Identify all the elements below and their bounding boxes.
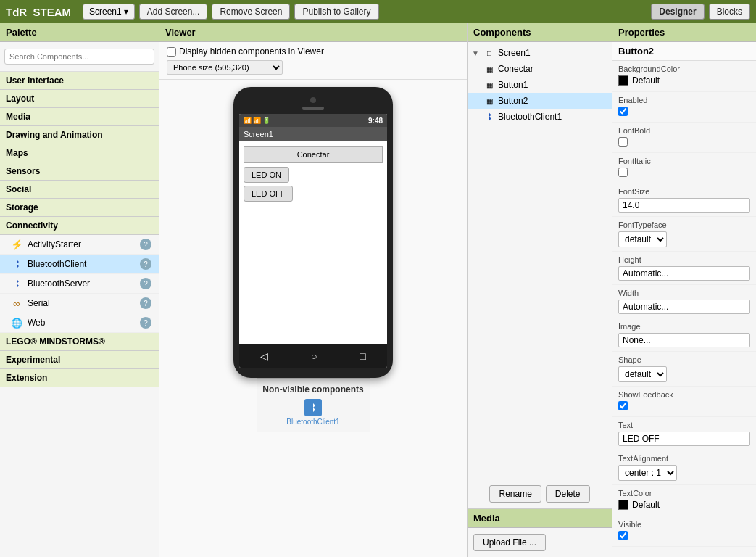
prop-visible-checkbox[interactable]: [618, 531, 628, 540]
phone-led-off-button[interactable]: LED OFF: [244, 186, 293, 202]
prop-fontsize: FontSize: [612, 183, 756, 217]
prop-textalignment-select[interactable]: center : 1: [618, 465, 677, 481]
viewer-footer: Non-visible components BluetoothClient1: [257, 378, 369, 432]
media-header: Media: [468, 509, 612, 528]
viewer-canvas: 📶 📶 🔋 9:48 Screen1 Conectar LED ON LED O…: [159, 80, 467, 557]
prop-image-input[interactable]: [618, 333, 750, 347]
palette-item-bluetoothserver[interactable]: BluetoothServer ?: [0, 274, 159, 294]
phone-content: Conectar LED ON LED OFF: [239, 141, 387, 344]
palette-category-storage[interactable]: Storage: [0, 199, 159, 217]
prop-textcolor-label: TextColor: [618, 489, 750, 498]
prop-width-input[interactable]: [618, 300, 750, 314]
activitystarter-help-icon[interactable]: ?: [140, 239, 151, 250]
palette-category-extension[interactable]: Extension: [0, 369, 159, 387]
comp-conectar[interactable]: ▦ Conectar: [468, 61, 612, 77]
screen-title-bar: Screen1: [239, 127, 387, 141]
bluetooth-nonvisible-label: BluetoothClient1: [286, 418, 339, 426]
app-title: TdR_STEAM: [6, 6, 71, 18]
serial-help-icon[interactable]: ?: [140, 297, 151, 309]
viewer-panel: Viewer Display hidden components in View…: [159, 23, 468, 557]
bluetoothclient-label: BluetoothClient: [28, 259, 136, 269]
bluetoothclient1-icon: [483, 111, 495, 123]
palette-category-experimental[interactable]: Experimental: [0, 351, 159, 369]
prop-shape-select[interactable]: default: [618, 366, 667, 382]
prop-text-input[interactable]: [618, 432, 750, 446]
hidden-components-checkbox[interactable]: [167, 47, 176, 57]
designer-button[interactable]: Designer: [651, 4, 704, 20]
backgroundcolor-text: Default: [632, 75, 660, 86]
comp-bluetoothclient1-label: BluetoothClient1: [498, 112, 562, 122]
screen-selector[interactable]: Screen1 ▾: [83, 4, 135, 20]
palette-category-maps[interactable]: Maps: [0, 144, 159, 162]
palette-item-bluetoothclient[interactable]: BluetoothClient ?: [0, 255, 159, 274]
bluetoothclient-help-icon[interactable]: ?: [140, 258, 151, 270]
palette-category-media[interactable]: Media: [0, 108, 159, 126]
prop-visible: Visible: [612, 516, 756, 547]
comp-button2[interactable]: ▦ Button2: [468, 93, 612, 109]
phone-speaker: [302, 107, 324, 110]
search-input[interactable]: [4, 49, 154, 65]
phone-conectar-button[interactable]: Conectar: [244, 146, 383, 163]
comp-screen1-label: Screen1: [498, 48, 531, 58]
serial-icon: ∞: [10, 297, 23, 310]
palette-category-ui[interactable]: User Interface: [0, 72, 159, 90]
palette-category-lego[interactable]: LEGO® MINDSTORMS®: [0, 333, 159, 351]
prop-textcolor-value[interactable]: Default: [618, 500, 660, 510]
prop-fontitalic-checkbox[interactable]: [618, 168, 628, 177]
rename-button[interactable]: Rename: [489, 485, 541, 503]
palette-item-serial[interactable]: ∞ Serial ?: [0, 294, 159, 313]
web-label: Web: [28, 318, 136, 328]
properties-panel: Properties Button2 BackgroundColor Defau…: [612, 23, 756, 557]
prop-height: Height: [612, 252, 756, 285]
publish-button[interactable]: Publish to Gallery: [294, 4, 378, 20]
hidden-components-label: Display hidden components in Viewer: [167, 46, 460, 57]
prop-backgroundcolor-label: BackgroundColor: [618, 65, 750, 73]
palette-category-drawing[interactable]: Drawing and Animation: [0, 126, 159, 144]
phone-led-on-button[interactable]: LED ON: [244, 167, 289, 183]
comp-button1[interactable]: ▦ Button1: [468, 77, 612, 93]
main-layout: Palette User Interface Layout Media Draw…: [0, 23, 756, 557]
palette-item-activitystarter[interactable]: ⚡ ActivityStarter ?: [0, 235, 159, 255]
components-panel: Components ▼ □ Screen1 ▦ Conectar ▦ Butt…: [468, 23, 612, 557]
phone-camera: [310, 97, 316, 103]
button2-icon: ▦: [483, 95, 495, 107]
web-help-icon[interactable]: ?: [140, 317, 151, 329]
palette-category-social[interactable]: Social: [0, 181, 159, 199]
screen-selector-label: Screen1: [89, 7, 122, 17]
bluetooth-nonvisible-icon: [304, 399, 322, 416]
phone-navbar: ◁ ○ □: [239, 344, 387, 368]
media-content: Upload File ...: [468, 528, 612, 557]
comp-screen1[interactable]: ▼ □ Screen1: [468, 45, 612, 61]
delete-button[interactable]: Delete: [546, 485, 590, 503]
prop-fonttypeface-select[interactable]: default: [618, 231, 667, 247]
phone-size-select[interactable]: Phone size (505,320)Tablet sizeMonitor s…: [167, 60, 283, 75]
prop-fontsize-input[interactable]: [618, 198, 750, 213]
prop-fonttypeface-label: FontTypeface: [618, 220, 750, 229]
palette-category-layout[interactable]: Layout: [0, 90, 159, 108]
prop-height-input[interactable]: [618, 266, 750, 281]
wifi-icon: 📶: [244, 117, 252, 124]
palette-item-web[interactable]: 🌐 Web ?: [0, 313, 159, 333]
upload-button[interactable]: Upload File ...: [473, 534, 546, 551]
viewer-header: Viewer: [159, 23, 467, 42]
comp-bluetoothclient1[interactable]: BluetoothClient1: [468, 109, 612, 125]
bluetoothclient-icon: [10, 257, 23, 271]
prop-backgroundcolor: BackgroundColor Default: [612, 61, 756, 92]
prop-fontitalic-label: FontItalic: [618, 157, 750, 165]
button1-icon: ▦: [483, 79, 495, 91]
prop-fontbold-checkbox[interactable]: [618, 137, 628, 147]
properties-header: Properties: [612, 23, 756, 42]
prop-enabled-checkbox[interactable]: [618, 107, 628, 116]
remove-screen-button[interactable]: Remove Screen: [212, 4, 290, 20]
add-screen-button[interactable]: Add Screen...: [139, 4, 208, 20]
blocks-button[interactable]: Blocks: [709, 4, 750, 20]
palette-category-connectivity[interactable]: Connectivity: [0, 217, 159, 235]
web-icon: 🌐: [10, 316, 23, 329]
prop-backgroundcolor-value[interactable]: Default: [618, 75, 660, 86]
bluetoothserver-help-icon[interactable]: ?: [140, 278, 151, 289]
prop-showfeedback-checkbox[interactable]: [618, 401, 628, 410]
textcolor-swatch: [618, 500, 628, 510]
battery-icon: 🔋: [262, 117, 270, 124]
palette-category-sensors[interactable]: Sensors: [0, 162, 159, 181]
recents-icon: □: [360, 350, 365, 362]
